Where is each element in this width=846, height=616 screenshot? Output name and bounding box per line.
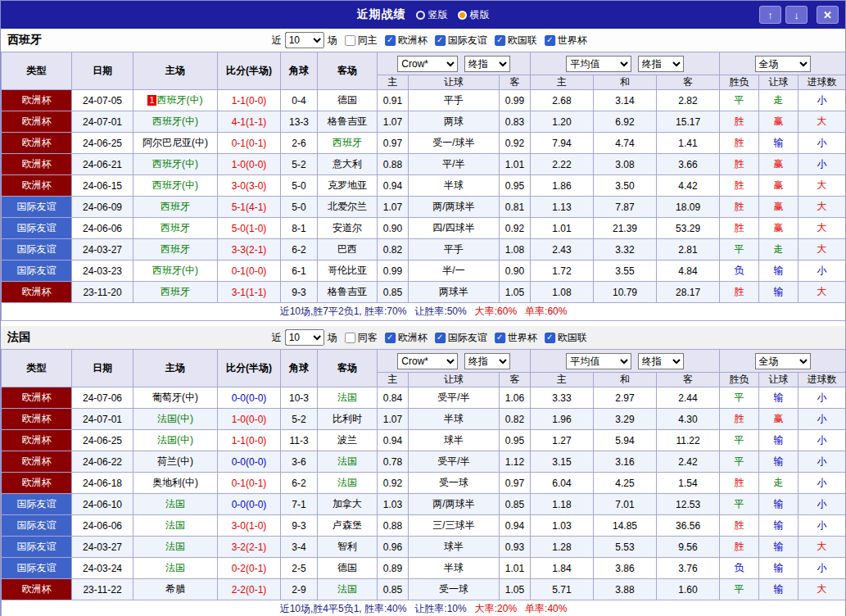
away-team-name[interactable]: 智利 <box>337 541 357 552</box>
away-team-name[interactable]: 加拿大 <box>333 498 362 510</box>
away-team-name[interactable]: 哥伦比亚 <box>328 265 367 276</box>
home-team-name[interactable]: 法国 <box>165 541 185 552</box>
competition-checkbox[interactable]: ✓欧国联 <box>495 34 537 48</box>
ah-time-select[interactable]: 终指 <box>464 56 510 72</box>
away-team-name[interactable]: 法国 <box>337 583 357 595</box>
match-score[interactable]: 3-0(1-0) <box>218 515 281 537</box>
match-score[interactable]: 0-2(0-1) <box>218 558 281 579</box>
home-team-name[interactable]: 荷兰(中) <box>157 455 193 467</box>
filter-bar: 法国 近10场同客✓欧洲杯✓国际友谊✓世界杯✓欧国联 <box>1 326 845 349</box>
away-team-name[interactable]: 格鲁吉亚 <box>328 286 367 297</box>
filter-label: 同主 <box>358 34 378 48</box>
match-score[interactable]: 3-0(3-0) <box>218 175 281 197</box>
result-scope-select[interactable]: 全场 <box>755 56 811 72</box>
home-team-name[interactable]: 法国 <box>165 498 185 510</box>
ah-source-select[interactable]: Crow* <box>397 353 458 369</box>
away-team-name[interactable]: 克罗地亚 <box>328 179 367 191</box>
home-team-name[interactable]: 西班牙(中) <box>152 116 198 127</box>
match-count-select[interactable]: 10 <box>285 32 324 48</box>
home-team-name[interactable]: 西班牙(中) <box>157 94 203 106</box>
competition-checkbox[interactable]: ✓国际友谊 <box>435 331 487 345</box>
match-count-select[interactable]: 10 <box>285 329 324 346</box>
away-team-name[interactable]: 波兰 <box>337 434 357 446</box>
ah-source-select[interactable]: Crow* <box>397 56 458 72</box>
match-score[interactable]: 1-1(0-0) <box>218 430 281 451</box>
ah-time-select[interactable]: 终指 <box>464 353 510 369</box>
home-team-name[interactable]: 西班牙(中) <box>152 158 198 170</box>
match-score[interactable]: 1-1(0-0) <box>218 90 281 111</box>
eu-source-select[interactable]: 平均值 <box>566 353 631 369</box>
close-button[interactable]: ✕ <box>817 6 839 24</box>
away-team-name[interactable]: 德国 <box>337 94 357 106</box>
home-team-name[interactable]: 法国(中) <box>157 413 193 424</box>
match-score[interactable]: 3-3(2-1) <box>218 239 281 260</box>
away-team-name[interactable]: 意大利 <box>333 158 362 170</box>
competition-checkbox[interactable]: ✓欧洲杯 <box>385 331 428 345</box>
ah-home-odds: 0.97 <box>378 133 409 154</box>
away-team-name[interactable]: 西班牙 <box>333 137 362 148</box>
match-score[interactable]: 5-0(1-0) <box>218 218 281 239</box>
match-score[interactable]: 2-2(0-1) <box>218 579 281 600</box>
home-team-name[interactable]: 西班牙 <box>161 201 190 212</box>
away-team-name[interactable]: 北爱尔兰 <box>328 201 367 212</box>
competition-checkbox[interactable]: ✓世界杯 <box>495 331 537 345</box>
col-eu-away: 客 <box>657 75 720 90</box>
home-team-name[interactable]: 法国(中) <box>157 434 193 446</box>
away-team-name[interactable]: 比利时 <box>333 413 362 424</box>
match-row: 国际友谊 24-03-27 法国 3-2(2-1) 3-4 智利 0.96 球半… <box>2 537 846 558</box>
match-score[interactable]: 1-0(0-0) <box>218 409 281 430</box>
layout-horizontal-radio[interactable]: 横版 <box>458 8 490 22</box>
match-score[interactable]: 3-2(2-1) <box>218 537 281 558</box>
match-score[interactable]: 1-0(0-0) <box>218 154 281 175</box>
away-team-name[interactable]: 卢森堡 <box>333 519 362 531</box>
eu-source-select[interactable]: 平均值 <box>566 56 631 72</box>
home-team-name[interactable]: 阿尔巴尼亚(中) <box>143 137 208 148</box>
away-team-cell: 巴西 <box>318 239 378 260</box>
away-team-cell: 法国 <box>318 473 378 494</box>
away-team-name[interactable]: 法国 <box>337 392 357 403</box>
layout-vertical-radio[interactable]: 竖版 <box>416 8 448 22</box>
filter-label: 国际友谊 <box>448 331 487 345</box>
competition-checkbox[interactable]: ✓世界杯 <box>545 34 587 48</box>
eu-time-select[interactable]: 终指 <box>638 56 684 72</box>
result-handicap: 赢 <box>759 154 798 175</box>
match-score[interactable]: 0-0(0-0) <box>218 387 281 409</box>
home-team-name[interactable]: 西班牙(中) <box>152 179 198 191</box>
move-up-button[interactable]: ↑ <box>759 6 781 24</box>
competition-checkbox[interactable]: ✓欧国联 <box>545 331 587 345</box>
match-score[interactable]: 0-0(0-0) <box>218 494 281 515</box>
result-over-under: 小 <box>798 451 846 473</box>
match-score[interactable]: 0-0(0-0) <box>218 451 281 473</box>
home-team-name[interactable]: 西班牙 <box>161 286 190 297</box>
home-team-name[interactable]: 希腊 <box>165 583 185 595</box>
home-team-name[interactable]: 法国 <box>165 562 185 573</box>
move-down-button[interactable]: ↓ <box>785 6 808 24</box>
home-team-name[interactable]: 西班牙 <box>161 222 190 233</box>
away-team-name[interactable]: 安道尔 <box>333 222 362 233</box>
away-team-name[interactable]: 法国 <box>337 477 357 488</box>
result-scope-select[interactable]: 全场 <box>755 353 811 369</box>
home-team-name[interactable]: 法国 <box>165 519 185 531</box>
away-team-name[interactable]: 巴西 <box>337 243 357 255</box>
competition-checkbox[interactable]: ✓欧洲杯 <box>385 34 428 48</box>
match-score[interactable]: 4-1(1-1) <box>218 111 281 133</box>
home-team-name[interactable]: 西班牙(中) <box>152 265 198 276</box>
competition-type: 国际友谊 <box>2 239 72 260</box>
match-score[interactable]: 3-1(1-1) <box>218 282 281 303</box>
match-score[interactable]: 0-1(0-0) <box>218 260 281 282</box>
match-score[interactable]: 5-1(4-1) <box>218 197 281 218</box>
ah-home-odds: 0.88 <box>378 154 409 175</box>
home-team-name[interactable]: 奥地利(中) <box>152 477 198 488</box>
competition-checkbox[interactable]: ✓国际友谊 <box>435 34 487 48</box>
eu-time-select[interactable]: 终指 <box>638 353 684 369</box>
away-team-name[interactable]: 法国 <box>337 455 357 467</box>
home-team-name[interactable]: 西班牙 <box>161 243 190 255</box>
home-team-name[interactable]: 葡萄牙(中) <box>152 392 198 403</box>
match-score[interactable]: 0-1(0-1) <box>218 133 281 154</box>
same-venue-checkbox[interactable]: 同主 <box>345 34 378 48</box>
ah-home-odds: 0.90 <box>378 218 409 239</box>
away-team-name[interactable]: 格鲁吉亚 <box>328 116 367 127</box>
match-score[interactable]: 0-1(0-1) <box>218 473 281 494</box>
away-team-name[interactable]: 德国 <box>337 562 357 573</box>
same-venue-checkbox[interactable]: 同客 <box>345 331 378 345</box>
